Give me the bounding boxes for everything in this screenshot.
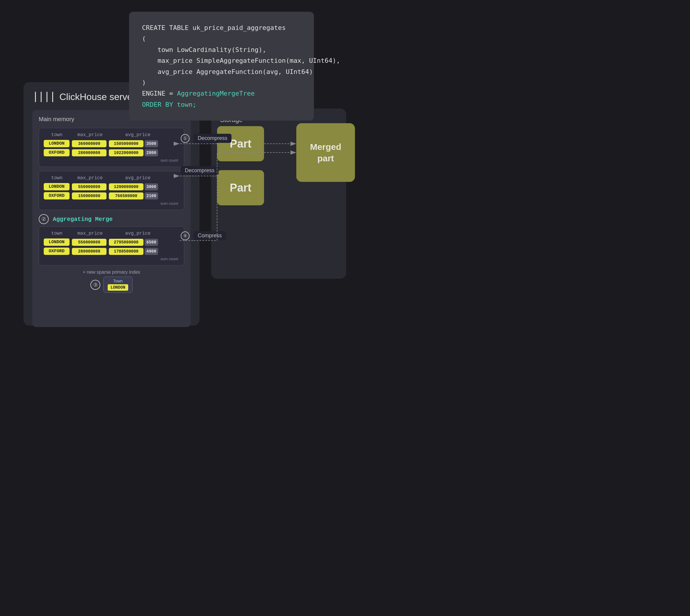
cell-town-london-1: LONDON [44,140,69,147]
cell-avg-london-1: 1505000000 3500 [109,140,158,147]
code-box: CREATE TABLE uk_price_paid_aggregates ( … [129,12,314,120]
cell-avg-small-oxford-2: 2100 [145,193,158,199]
cell-avg-big-london-2: 1290000000 [109,183,144,190]
decompress2-text: Decompress [181,166,219,175]
col-avg-3: avg_price [110,231,166,236]
index-box-label: Town [108,279,128,283]
agg-merge-text: Aggregating Merge [53,216,113,223]
decompress-label-2: Decompress [181,166,219,175]
cell-avg-oxford-3: 1788500000 4900 [109,248,158,255]
cell-avg-small-london-1: 3500 [145,140,158,147]
col-town-2: town [44,175,70,181]
index-box: Town LONDON [103,277,133,293]
cell-max-oxford-1: 280000000 [72,149,107,156]
index-box-value: LONDON [108,284,128,291]
cell-avg-oxford-2: 766500000 2100 [109,193,158,199]
agg-merge-section: ② Aggregating Merge [39,214,184,224]
cell-town-oxford-2: OXFORD [44,192,69,199]
cell-avg-small-oxford-3: 4900 [145,248,158,255]
col-max-3: max_price [72,231,108,236]
memory-box: Main memory town max_price avg_price LON… [32,110,191,327]
table3-row-1: LONDON 550000000 2795000000 6500 [44,239,179,246]
cell-avg-small-london-3: 6500 [145,239,158,246]
col-max-2: max_price [72,175,108,181]
table2-header: town max_price avg_price [44,175,179,181]
cell-avg-big-london-3: 2795000000 [109,239,144,246]
table2-row-2: OXFORD 150000000 766500000 2100 [44,192,179,199]
sum-count-2: sum count [44,201,179,206]
data-table-2: town max_price avg_price LONDON 55000000… [39,171,184,210]
col-town-1: town [44,132,70,137]
decompress-label-1: ① Decompress [181,134,232,143]
data-table-3: town max_price avg_price LONDON 55000000… [39,226,184,265]
order-by-line: ORDER BY town; [142,101,196,108]
table1-row-2: OXFORD 280000000 1022000000 2800 [44,149,179,156]
cell-town-oxford-3: OXFORD [44,247,69,255]
step2-circle: ② [39,214,49,224]
cell-avg-big-oxford-3: 1788500000 [109,248,144,255]
table1-header: town max_price avg_price [44,132,179,137]
table1-row-1: LONDON 360000000 1505000000 3500 [44,140,179,147]
col-avg-1: avg_price [110,132,166,137]
table3-header: town max_price avg_price [44,231,179,236]
server-title-text: ClickHouse server [59,91,135,102]
compress-label: ④ Compress [181,231,226,240]
table2-row-1: LONDON 550000000 1290000000 3000 [44,183,179,190]
compress-text: Compress [194,231,226,240]
clickhouse-icon: |||| [32,91,55,103]
code-content: CREATE TABLE uk_price_paid_aggregates ( … [142,22,301,110]
cell-avg-big-london-1: 1505000000 [109,140,144,147]
step3-circle: ③ [90,280,100,290]
cell-avg-london-2: 1290000000 3000 [109,183,158,190]
cell-avg-oxford-1: 1022000000 2800 [109,149,158,156]
part-button-1: Part [217,126,264,161]
cell-town-oxford-1: OXFORD [44,149,69,156]
step1-badge: ① [181,134,190,143]
sparse-index-label: + new sparse primary index [39,269,184,275]
cell-avg-small-london-2: 3000 [145,183,158,190]
cell-avg-big-oxford-2: 766500000 [109,193,144,199]
step4-badge: ④ [181,232,190,240]
cell-max-london-1: 360000000 [72,140,107,147]
merged-part-button: Mergedpart [296,123,355,182]
step3-section: ③ Town LONDON [39,277,184,293]
sum-count-3: sum count [44,257,179,261]
data-table-1: town max_price avg_price LONDON 36000000… [39,128,184,167]
cell-avg-london-3: 2795000000 6500 [109,239,158,246]
merged-part-text: Mergedpart [310,141,342,164]
col-max-1: max_price [72,132,108,137]
table3-row-2: OXFORD 280000000 1788500000 4900 [44,247,179,255]
cell-max-london-2: 550000000 [72,183,107,190]
col-avg-2: avg_price [110,175,166,181]
col-town-3: town [44,231,70,236]
part-button-2: Part [217,170,264,205]
cell-town-london-3: LONDON [44,239,69,246]
cell-town-london-2: LONDON [44,183,69,190]
cell-max-oxford-3: 280000000 [72,248,107,255]
cell-avg-big-oxford-1: 1022000000 [109,149,144,156]
cell-max-oxford-2: 150000000 [72,193,107,199]
sum-count-1: sum count [44,158,179,162]
decompress1-text: Decompress [194,134,232,143]
cell-avg-small-oxford-1: 2800 [145,149,158,156]
cell-max-london-3: 550000000 [72,239,107,246]
